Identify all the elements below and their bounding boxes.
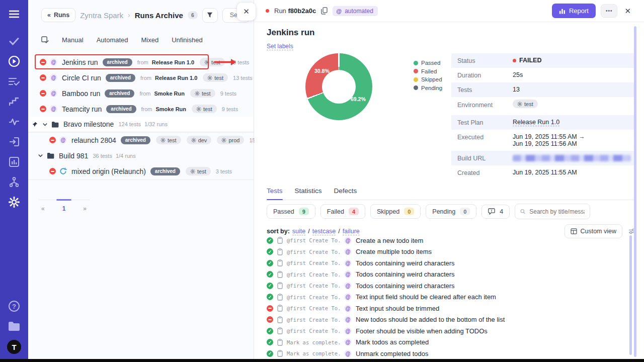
suite-name[interactable]: @first Create To...	[287, 283, 340, 289]
clipboard-icon[interactable]	[277, 282, 283, 289]
tab-mixed[interactable]: Mixed	[141, 36, 159, 44]
run-name[interactable]: Jenkins run	[62, 58, 98, 66]
run-name[interactable]: relaunch 2804	[71, 136, 116, 144]
suite-name[interactable]: @first Create To...	[287, 328, 340, 334]
test-title[interactable]: Mark todos as completed	[356, 338, 429, 346]
run-row-mixed-origin[interactable]: mixed origin (Relaunch) archived test 3 …	[28, 163, 254, 179]
suite-name[interactable]: @first Create To...	[287, 305, 340, 311]
clipboard-icon[interactable]	[277, 316, 283, 323]
clipboard-icon[interactable]	[277, 305, 283, 312]
testlist-scrollbar[interactable]	[629, 235, 632, 355]
test-title[interactable]: Footer should be visible when adding TOD…	[356, 327, 488, 335]
test-row[interactable]: @first Create To... @ Todos containing w…	[267, 269, 628, 281]
suite-name[interactable]: @first Create To...	[287, 260, 340, 266]
pagination-page-1[interactable]: 1	[62, 205, 66, 212]
test-plan-link[interactable]: Release Run 1.0	[513, 119, 559, 126]
folder-row-build-981[interactable]: Build 981 36 tests 1/4 runs	[28, 148, 254, 163]
copy-icon[interactable]	[321, 7, 328, 15]
run-row-jenkins[interactable]: @ Jenkins run archived from Release Run …	[28, 54, 254, 70]
filter-failed-chip[interactable]: Failed 4	[320, 204, 365, 219]
suite-name[interactable]: @first Create To...	[287, 249, 340, 255]
tab-defects[interactable]: Defects	[334, 187, 357, 195]
settings-gear-icon[interactable]	[8, 196, 20, 208]
run-name[interactable]: Circle CI run	[62, 74, 101, 82]
test-row[interactable]: @first Create To... @ Text input should …	[267, 303, 628, 314]
test-row[interactable]: Mark as complete... @ Unmark completed t…	[267, 348, 628, 359]
tests-check-icon[interactable]	[8, 35, 20, 47]
test-title[interactable]: Todos containing weird characters	[356, 270, 455, 278]
test-row[interactable]: @first Create To... @ Create a new todo …	[267, 235, 628, 246]
test-title[interactable]: Unmark completed todos	[356, 350, 429, 357]
breadcrumb-project[interactable]: Zyntra Spark	[80, 11, 123, 20]
tab-tests[interactable]: Tests	[267, 187, 283, 195]
projects-folder-icon[interactable]	[8, 320, 20, 332]
chevron-down-icon[interactable]	[42, 122, 48, 127]
test-title[interactable]: Todos containing weird characters	[356, 282, 455, 290]
filter-passed-chip[interactable]: Passed 9	[267, 204, 315, 219]
close-panel-button[interactable]: ✕	[237, 3, 256, 21]
test-row[interactable]: @first Create To... @ Text input field s…	[267, 292, 628, 303]
branch-icon[interactable]	[8, 176, 20, 188]
test-title[interactable]: Create a new todo item	[356, 237, 423, 244]
folder-row-bravo-milestone[interactable]: Bravo milestone 124 tests 1/32 runs	[28, 117, 254, 132]
suite-name[interactable]: @first Create To...	[287, 317, 340, 323]
sort-testcase-link[interactable]: testcase	[312, 228, 336, 235]
build-url-redacted-link[interactable]	[513, 155, 630, 161]
set-labels-link[interactable]: Set labels	[267, 43, 293, 50]
tab-statistics[interactable]: Statistics	[295, 187, 322, 195]
clipboard-icon[interactable]	[277, 350, 283, 357]
test-title[interactable]: Todos containing weird characters	[356, 259, 455, 267]
tab-manual[interactable]: Manual	[62, 36, 84, 44]
milestones-steps-icon[interactable]	[8, 96, 20, 108]
folder-name[interactable]: Bravo milestone	[63, 120, 114, 128]
test-row[interactable]: @first Create To... @ New todos should b…	[267, 314, 628, 326]
chevron-down-icon[interactable]	[38, 153, 43, 158]
runs-play-icon[interactable]	[8, 55, 20, 67]
tests-search-box[interactable]	[515, 204, 590, 219]
sort-failure-link[interactable]: failure	[343, 228, 360, 235]
clipboard-icon[interactable]	[277, 294, 283, 301]
sort-suite-link[interactable]: suite	[292, 228, 305, 235]
test-title[interactable]: Text input field should be cleared after…	[356, 293, 496, 301]
suite-name[interactable]: Mark as complete...	[287, 339, 340, 345]
clipboard-icon[interactable]	[277, 259, 283, 266]
app-logo[interactable]: T	[7, 340, 21, 354]
test-title[interactable]: New todos should be added to the bottom …	[356, 316, 505, 323]
suite-name[interactable]: Mark as complete...	[287, 350, 340, 356]
tab-automated[interactable]: Automated	[97, 36, 128, 44]
filter-button[interactable]	[202, 8, 218, 23]
clipboard-icon[interactable]	[277, 327, 283, 334]
menu-icon[interactable]	[8, 8, 20, 20]
run-row-teamcity[interactable]: @ Teamcity run archived from Smoke Run t…	[28, 101, 254, 117]
suite-name[interactable]: @first Create To...	[287, 272, 340, 278]
clipboard-icon[interactable]	[277, 271, 283, 278]
filter-pending-chip[interactable]: Pending 0	[426, 204, 476, 219]
back-to-runs-button[interactable]: « Runs	[41, 8, 75, 22]
detail-scrollbar[interactable]	[634, 26, 636, 357]
test-row[interactable]: @first Create To... @ Footer should be v…	[267, 325, 628, 337]
run-name[interactable]: Teamcity run	[62, 105, 102, 113]
folder-name[interactable]: Build 981	[59, 152, 88, 160]
import-icon[interactable]	[8, 136, 20, 148]
test-row[interactable]: @first Create To... @ Create multiple to…	[267, 246, 628, 258]
test-title[interactable]: Create multiple todo items	[356, 248, 432, 255]
run-row-bamboo[interactable]: @ Bamboo run archived from Smoke Run tes…	[28, 85, 254, 101]
filter-comments-chip[interactable]: 4	[481, 205, 510, 219]
clipboard-icon[interactable]	[277, 248, 283, 255]
pagination-next[interactable]: »	[83, 205, 87, 212]
analytics-chart-icon[interactable]	[8, 156, 20, 168]
test-row[interactable]: @first Create To... @ Todos containing w…	[267, 280, 628, 292]
suite-name[interactable]: @first Create To...	[287, 237, 340, 243]
suite-name[interactable]: @first Create To...	[287, 294, 340, 300]
run-row-circleci[interactable]: @ Circle CI run archived from Release Ru…	[28, 70, 254, 85]
more-options-button[interactable]: •••	[601, 4, 618, 18]
pulse-activity-icon[interactable]	[8, 116, 20, 128]
test-row[interactable]: @first Create To... @ Todos containing w…	[267, 257, 628, 269]
select-runs-icon[interactable]	[41, 36, 49, 44]
filter-skipped-chip[interactable]: Skipped 0	[370, 204, 421, 219]
run-name[interactable]: mixed origin (Relaunch)	[71, 167, 146, 175]
report-button[interactable]: Report	[552, 4, 596, 18]
close-detail-button[interactable]: ✕	[622, 7, 633, 16]
clipboard-icon[interactable]	[277, 237, 283, 244]
tests-search-input[interactable]	[529, 208, 585, 215]
